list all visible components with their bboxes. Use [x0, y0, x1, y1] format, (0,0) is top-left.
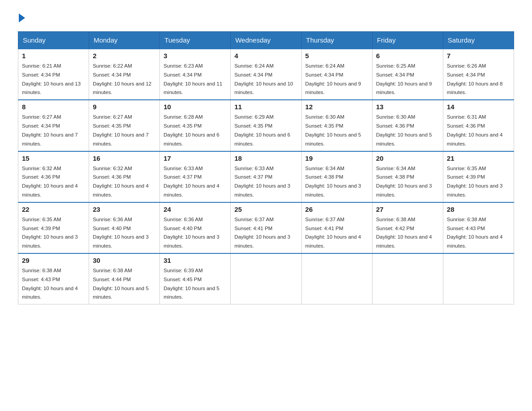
calendar-cell: 12 Sunrise: 6:30 AMSunset: 4:35 PMDaylig… [301, 100, 372, 151]
calendar-cell: 9 Sunrise: 6:27 AMSunset: 4:35 PMDayligh… [89, 100, 160, 151]
day-number: 31 [163, 257, 227, 264]
day-info: Sunrise: 6:34 AMSunset: 4:38 PMDaylight:… [376, 166, 432, 197]
day-info: Sunrise: 6:35 AMSunset: 4:39 PMDaylight:… [22, 217, 78, 248]
day-info: Sunrise: 6:37 AMSunset: 4:41 PMDaylight:… [305, 217, 361, 248]
day-number: 11 [234, 103, 297, 111]
day-number: 29 [22, 257, 85, 264]
day-number: 13 [376, 103, 439, 111]
logo [18, 13, 26, 22]
calendar-week-row: 8 Sunrise: 6:27 AMSunset: 4:34 PMDayligh… [18, 100, 514, 151]
day-number: 19 [305, 154, 369, 162]
day-info: Sunrise: 6:23 AMSunset: 4:34 PMDaylight:… [163, 63, 222, 95]
day-info: Sunrise: 6:35 AMSunset: 4:39 PMDaylight:… [447, 166, 503, 197]
day-info: Sunrise: 6:30 AMSunset: 4:36 PMDaylight:… [376, 114, 432, 146]
day-number: 17 [163, 154, 227, 162]
day-number: 23 [93, 206, 156, 213]
calendar-cell: 13 Sunrise: 6:30 AMSunset: 4:36 PMDaylig… [372, 100, 443, 151]
calendar-cell: 11 Sunrise: 6:29 AMSunset: 4:35 PMDaylig… [231, 100, 301, 151]
day-number: 21 [447, 154, 510, 162]
calendar-cell: 30 Sunrise: 6:38 AMSunset: 4:44 PMDaylig… [89, 253, 160, 304]
calendar-week-row: 1 Sunrise: 6:21 AMSunset: 4:34 PMDayligh… [18, 49, 514, 100]
calendar-header-row: SundayMondayTuesdayWednesdayThursdayFrid… [18, 32, 514, 49]
day-number: 3 [163, 52, 227, 60]
calendar-cell: 5 Sunrise: 6:24 AMSunset: 4:34 PMDayligh… [301, 49, 372, 100]
calendar-cell: 16 Sunrise: 6:32 AMSunset: 4:36 PMDaylig… [89, 151, 160, 202]
calendar-cell: 23 Sunrise: 6:36 AMSunset: 4:40 PMDaylig… [89, 202, 160, 253]
day-info: Sunrise: 6:32 AMSunset: 4:36 PMDaylight:… [93, 166, 149, 197]
calendar-cell: 4 Sunrise: 6:24 AMSunset: 4:34 PMDayligh… [231, 49, 301, 100]
day-number: 9 [93, 103, 156, 111]
page-header [18, 13, 514, 22]
calendar-cell: 3 Sunrise: 6:23 AMSunset: 4:34 PMDayligh… [160, 49, 231, 100]
day-info: Sunrise: 6:38 AMSunset: 4:44 PMDaylight:… [93, 268, 149, 300]
day-number: 4 [234, 52, 297, 60]
calendar-day-header: Sunday [18, 32, 89, 49]
calendar-day-header: Friday [372, 32, 443, 49]
calendar-cell: 18 Sunrise: 6:33 AMSunset: 4:37 PMDaylig… [231, 151, 301, 202]
calendar-table: SundayMondayTuesdayWednesdayThursdayFrid… [18, 31, 514, 304]
day-number: 6 [376, 52, 439, 60]
calendar-cell: 7 Sunrise: 6:26 AMSunset: 4:34 PMDayligh… [443, 49, 514, 100]
calendar-day-header: Wednesday [231, 32, 301, 49]
calendar-cell: 20 Sunrise: 6:34 AMSunset: 4:38 PMDaylig… [372, 151, 443, 202]
calendar-cell: 29 Sunrise: 6:38 AMSunset: 4:43 PMDaylig… [18, 253, 89, 304]
calendar-cell: 27 Sunrise: 6:38 AMSunset: 4:42 PMDaylig… [372, 202, 443, 253]
day-info: Sunrise: 6:26 AMSunset: 4:34 PMDaylight:… [447, 63, 503, 95]
day-number: 15 [22, 154, 85, 162]
calendar-day-header: Monday [89, 32, 160, 49]
calendar-cell [301, 253, 372, 304]
day-number: 22 [22, 206, 85, 213]
day-number: 27 [376, 206, 439, 213]
day-info: Sunrise: 6:22 AMSunset: 4:34 PMDaylight:… [93, 63, 151, 95]
calendar-cell: 26 Sunrise: 6:37 AMSunset: 4:41 PMDaylig… [301, 202, 372, 253]
day-number: 14 [447, 103, 510, 111]
calendar-cell: 25 Sunrise: 6:37 AMSunset: 4:41 PMDaylig… [231, 202, 301, 253]
day-info: Sunrise: 6:38 AMSunset: 4:42 PMDaylight:… [376, 217, 432, 248]
day-info: Sunrise: 6:21 AMSunset: 4:34 PMDaylight:… [22, 63, 81, 95]
calendar-day-header: Thursday [301, 32, 372, 49]
calendar-cell [231, 253, 301, 304]
day-number: 10 [163, 103, 227, 111]
day-info: Sunrise: 6:36 AMSunset: 4:40 PMDaylight:… [93, 217, 149, 248]
day-info: Sunrise: 6:38 AMSunset: 4:43 PMDaylight:… [447, 217, 503, 248]
day-number: 20 [376, 154, 439, 162]
calendar-cell: 17 Sunrise: 6:33 AMSunset: 4:37 PMDaylig… [160, 151, 231, 202]
calendar-cell: 31 Sunrise: 6:39 AMSunset: 4:45 PMDaylig… [160, 253, 231, 304]
day-info: Sunrise: 6:25 AMSunset: 4:34 PMDaylight:… [376, 63, 432, 95]
calendar-week-row: 15 Sunrise: 6:32 AMSunset: 4:36 PMDaylig… [18, 151, 514, 202]
calendar-cell: 22 Sunrise: 6:35 AMSunset: 4:39 PMDaylig… [18, 202, 89, 253]
day-info: Sunrise: 6:24 AMSunset: 4:34 PMDaylight:… [234, 63, 293, 95]
day-info: Sunrise: 6:32 AMSunset: 4:36 PMDaylight:… [22, 166, 78, 197]
day-number: 8 [22, 103, 85, 111]
calendar-cell: 6 Sunrise: 6:25 AMSunset: 4:34 PMDayligh… [372, 49, 443, 100]
logo-arrow-icon [19, 13, 25, 22]
day-number: 18 [234, 154, 297, 162]
calendar-week-row: 29 Sunrise: 6:38 AMSunset: 4:43 PMDaylig… [18, 253, 514, 304]
day-number: 12 [305, 103, 369, 111]
calendar-cell: 10 Sunrise: 6:28 AMSunset: 4:35 PMDaylig… [160, 100, 231, 151]
day-info: Sunrise: 6:37 AMSunset: 4:41 PMDaylight:… [234, 217, 290, 248]
day-number: 28 [447, 206, 510, 213]
calendar-cell: 28 Sunrise: 6:38 AMSunset: 4:43 PMDaylig… [443, 202, 514, 253]
day-info: Sunrise: 6:36 AMSunset: 4:40 PMDaylight:… [163, 217, 219, 248]
day-info: Sunrise: 6:33 AMSunset: 4:37 PMDaylight:… [234, 166, 290, 197]
day-number: 7 [447, 52, 510, 60]
day-info: Sunrise: 6:28 AMSunset: 4:35 PMDaylight:… [163, 114, 219, 146]
day-number: 26 [305, 206, 369, 213]
day-info: Sunrise: 6:33 AMSunset: 4:37 PMDaylight:… [163, 166, 219, 197]
calendar-cell: 1 Sunrise: 6:21 AMSunset: 4:34 PMDayligh… [18, 49, 89, 100]
day-number: 1 [22, 52, 85, 60]
day-number: 24 [163, 206, 227, 213]
calendar-day-header: Tuesday [160, 32, 231, 49]
day-number: 2 [93, 52, 156, 60]
day-info: Sunrise: 6:31 AMSunset: 4:36 PMDaylight:… [447, 114, 503, 146]
calendar-cell [372, 253, 443, 304]
calendar-cell: 21 Sunrise: 6:35 AMSunset: 4:39 PMDaylig… [443, 151, 514, 202]
calendar-cell: 24 Sunrise: 6:36 AMSunset: 4:40 PMDaylig… [160, 202, 231, 253]
day-info: Sunrise: 6:34 AMSunset: 4:38 PMDaylight:… [305, 166, 361, 197]
day-info: Sunrise: 6:24 AMSunset: 4:34 PMDaylight:… [305, 63, 361, 95]
day-info: Sunrise: 6:38 AMSunset: 4:43 PMDaylight:… [22, 268, 78, 300]
day-info: Sunrise: 6:27 AMSunset: 4:35 PMDaylight:… [93, 114, 149, 146]
calendar-cell [443, 253, 514, 304]
day-number: 25 [234, 206, 297, 213]
